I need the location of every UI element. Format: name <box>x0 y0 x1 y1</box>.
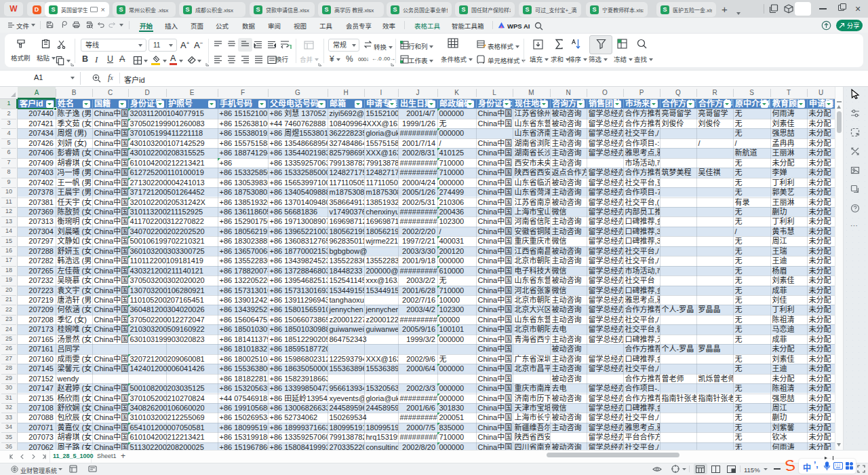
svg-text:S: S <box>783 457 797 474</box>
